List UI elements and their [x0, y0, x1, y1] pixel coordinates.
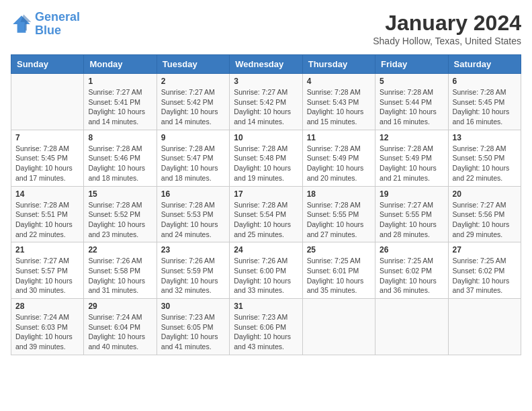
day-cell: 20Sunrise: 7:27 AM Sunset: 5:56 PM Dayli… — [448, 186, 521, 242]
day-info: Sunrise: 7:27 AM Sunset: 5:57 PM Dayligh… — [15, 256, 79, 295]
day-cell: 26Sunrise: 7:25 AM Sunset: 6:02 PM Dayli… — [375, 242, 448, 299]
day-cell: 8Sunrise: 7:28 AM Sunset: 5:46 PM Daylig… — [84, 130, 157, 186]
calendar-table: SundayMondayTuesdayWednesdayThursdayFrid… — [11, 54, 521, 355]
day-cell: 13Sunrise: 7:28 AM Sunset: 5:50 PM Dayli… — [448, 130, 521, 186]
logo-icon — [11, 13, 32, 35]
day-info: Sunrise: 7:28 AM Sunset: 5:47 PM Dayligh… — [161, 144, 225, 183]
day-info: Sunrise: 7:27 AM Sunset: 5:56 PM Dayligh… — [453, 200, 517, 240]
day-cell — [448, 299, 521, 355]
day-number: 9 — [161, 133, 225, 142]
day-info: Sunrise: 7:25 AM Sunset: 6:01 PM Dayligh… — [307, 256, 371, 295]
week-row-4: 21Sunrise: 7:27 AM Sunset: 5:57 PM Dayli… — [11, 242, 521, 299]
day-number: 8 — [88, 133, 152, 142]
day-info: Sunrise: 7:28 AM Sunset: 5:44 PM Dayligh… — [380, 87, 443, 127]
page-title: January 2024 — [373, 11, 521, 36]
logo: General Blue — [11, 11, 80, 38]
day-number: 12 — [380, 133, 443, 142]
day-number: 19 — [380, 189, 443, 199]
week-row-2: 7Sunrise: 7:28 AM Sunset: 5:45 PM Daylig… — [11, 130, 521, 186]
day-number: 4 — [307, 77, 371, 86]
day-cell: 23Sunrise: 7:26 AM Sunset: 5:59 PM Dayli… — [157, 242, 229, 299]
day-number: 21 — [15, 245, 79, 255]
header-row: SundayMondayTuesdayWednesdayThursdayFrid… — [11, 55, 521, 74]
day-cell: 6Sunrise: 7:28 AM Sunset: 5:45 PM Daylig… — [448, 74, 521, 130]
day-number: 26 — [380, 245, 443, 255]
day-info: Sunrise: 7:24 AM Sunset: 6:04 PM Dayligh… — [88, 312, 152, 352]
day-number: 16 — [161, 189, 225, 199]
day-number: 3 — [234, 77, 298, 86]
day-info: Sunrise: 7:27 AM Sunset: 5:41 PM Dayligh… — [88, 87, 152, 127]
day-number: 14 — [15, 189, 79, 199]
day-info: Sunrise: 7:26 AM Sunset: 6:00 PM Dayligh… — [234, 256, 298, 295]
day-info: Sunrise: 7:28 AM Sunset: 5:46 PM Dayligh… — [88, 144, 152, 183]
day-info: Sunrise: 7:28 AM Sunset: 5:52 PM Dayligh… — [88, 200, 152, 240]
day-number: 17 — [234, 189, 298, 199]
day-info: Sunrise: 7:26 AM Sunset: 5:58 PM Dayligh… — [88, 256, 152, 295]
day-number: 20 — [453, 189, 517, 199]
day-info: Sunrise: 7:28 AM Sunset: 5:53 PM Dayligh… — [161, 200, 225, 240]
header-cell-friday: Friday — [375, 55, 448, 74]
day-cell: 31Sunrise: 7:23 AM Sunset: 6:06 PM Dayli… — [230, 299, 302, 355]
day-number: 2 — [161, 77, 225, 86]
day-info: Sunrise: 7:26 AM Sunset: 5:59 PM Dayligh… — [161, 256, 225, 295]
day-info: Sunrise: 7:25 AM Sunset: 6:02 PM Dayligh… — [453, 256, 517, 295]
day-cell — [11, 74, 84, 130]
day-number: 25 — [307, 245, 371, 255]
header-cell-wednesday: Wednesday — [230, 55, 302, 74]
title-block: January 2024 Shady Hollow, Texas, United… — [373, 11, 521, 46]
day-cell: 27Sunrise: 7:25 AM Sunset: 6:02 PM Dayli… — [448, 242, 521, 299]
day-info: Sunrise: 7:28 AM Sunset: 5:50 PM Dayligh… — [453, 144, 517, 183]
day-cell: 17Sunrise: 7:28 AM Sunset: 5:54 PM Dayli… — [230, 186, 302, 242]
day-info: Sunrise: 7:28 AM Sunset: 5:43 PM Dayligh… — [307, 87, 371, 127]
day-cell: 28Sunrise: 7:24 AM Sunset: 6:03 PM Dayli… — [11, 299, 84, 355]
day-number: 28 — [15, 302, 79, 311]
day-cell: 19Sunrise: 7:27 AM Sunset: 5:55 PM Dayli… — [375, 186, 448, 242]
day-number: 15 — [88, 189, 152, 199]
header-cell-thursday: Thursday — [302, 55, 375, 74]
day-cell: 2Sunrise: 7:27 AM Sunset: 5:42 PM Daylig… — [157, 74, 229, 130]
header-cell-sunday: Sunday — [11, 55, 84, 74]
day-info: Sunrise: 7:28 AM Sunset: 5:45 PM Dayligh… — [453, 87, 517, 127]
day-cell: 21Sunrise: 7:27 AM Sunset: 5:57 PM Dayli… — [11, 242, 84, 299]
day-cell: 15Sunrise: 7:28 AM Sunset: 5:52 PM Dayli… — [84, 186, 157, 242]
day-cell: 10Sunrise: 7:28 AM Sunset: 5:48 PM Dayli… — [230, 130, 302, 186]
day-info: Sunrise: 7:27 AM Sunset: 5:55 PM Dayligh… — [380, 200, 443, 240]
day-number: 24 — [234, 245, 298, 255]
week-row-5: 28Sunrise: 7:24 AM Sunset: 6:03 PM Dayli… — [11, 299, 521, 355]
day-info: Sunrise: 7:28 AM Sunset: 5:54 PM Dayligh… — [234, 200, 298, 240]
day-number: 1 — [88, 77, 152, 86]
day-cell: 29Sunrise: 7:24 AM Sunset: 6:04 PM Dayli… — [84, 299, 157, 355]
day-number: 23 — [161, 245, 225, 255]
header-cell-saturday: Saturday — [448, 55, 521, 74]
day-cell: 16Sunrise: 7:28 AM Sunset: 5:53 PM Dayli… — [157, 186, 229, 242]
day-number: 30 — [161, 302, 225, 311]
day-cell: 5Sunrise: 7:28 AM Sunset: 5:44 PM Daylig… — [375, 74, 448, 130]
day-info: Sunrise: 7:28 AM Sunset: 5:48 PM Dayligh… — [234, 144, 298, 183]
day-cell: 22Sunrise: 7:26 AM Sunset: 5:58 PM Dayli… — [84, 242, 157, 299]
day-number: 7 — [15, 133, 79, 142]
day-cell: 7Sunrise: 7:28 AM Sunset: 5:45 PM Daylig… — [11, 130, 84, 186]
day-info: Sunrise: 7:25 AM Sunset: 6:02 PM Dayligh… — [380, 256, 443, 295]
header-cell-monday: Monday — [84, 55, 157, 74]
day-cell: 4Sunrise: 7:28 AM Sunset: 5:43 PM Daylig… — [302, 74, 375, 130]
logo-line1: General — [35, 10, 80, 24]
day-cell: 9Sunrise: 7:28 AM Sunset: 5:47 PM Daylig… — [157, 130, 229, 186]
day-number: 10 — [234, 133, 298, 142]
logo-text: General Blue — [35, 11, 80, 38]
day-cell: 30Sunrise: 7:23 AM Sunset: 6:05 PM Dayli… — [157, 299, 229, 355]
week-row-3: 14Sunrise: 7:28 AM Sunset: 5:51 PM Dayli… — [11, 186, 521, 242]
day-cell — [375, 299, 448, 355]
day-cell: 14Sunrise: 7:28 AM Sunset: 5:51 PM Dayli… — [11, 186, 84, 242]
day-info: Sunrise: 7:27 AM Sunset: 5:42 PM Dayligh… — [161, 87, 225, 127]
week-row-1: 1Sunrise: 7:27 AM Sunset: 5:41 PM Daylig… — [11, 74, 521, 130]
day-info: Sunrise: 7:28 AM Sunset: 5:51 PM Dayligh… — [15, 200, 79, 240]
day-info: Sunrise: 7:28 AM Sunset: 5:49 PM Dayligh… — [307, 144, 371, 183]
day-number: 22 — [88, 245, 152, 255]
day-info: Sunrise: 7:27 AM Sunset: 5:42 PM Dayligh… — [234, 87, 298, 127]
day-number: 11 — [307, 133, 371, 142]
day-info: Sunrise: 7:23 AM Sunset: 6:06 PM Dayligh… — [234, 312, 298, 352]
day-info: Sunrise: 7:23 AM Sunset: 6:05 PM Dayligh… — [161, 312, 225, 352]
day-cell: 12Sunrise: 7:28 AM Sunset: 5:49 PM Dayli… — [375, 130, 448, 186]
day-number: 29 — [88, 302, 152, 311]
day-number: 31 — [234, 302, 298, 311]
